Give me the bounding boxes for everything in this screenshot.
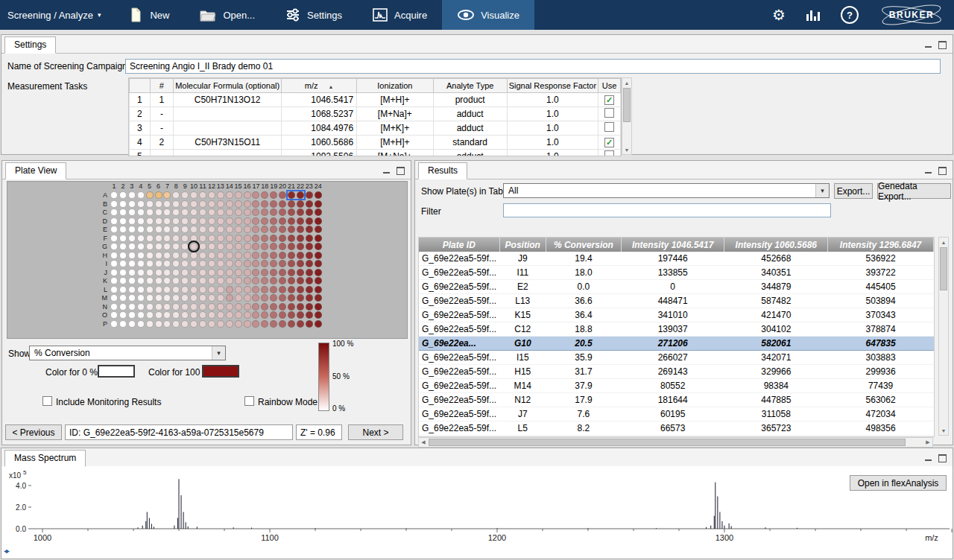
well-M8[interactable] bbox=[172, 294, 180, 302]
well-P8[interactable] bbox=[172, 320, 180, 328]
well-A15[interactable] bbox=[235, 191, 242, 199]
help-icon[interactable]: ? bbox=[841, 6, 859, 24]
well-H13[interactable] bbox=[217, 252, 224, 259]
well-M2[interactable] bbox=[119, 294, 127, 302]
show-metric-dropdown[interactable]: % Conversion bbox=[29, 346, 226, 360]
well-D17[interactable] bbox=[252, 217, 259, 225]
well-H19[interactable] bbox=[270, 252, 277, 259]
acquire-button[interactable]: Acquire bbox=[357, 0, 442, 30]
well-C7[interactable] bbox=[163, 209, 171, 216]
well-F19[interactable] bbox=[270, 235, 277, 242]
well-M22[interactable] bbox=[297, 294, 304, 302]
well-J12[interactable] bbox=[208, 269, 215, 276]
well-J5[interactable] bbox=[146, 269, 154, 276]
well-G20[interactable] bbox=[279, 243, 286, 250]
well-L1[interactable] bbox=[110, 286, 118, 293]
well-B9[interactable] bbox=[181, 200, 189, 208]
tasks-vertical-scrollbar[interactable] bbox=[622, 77, 632, 155]
minimize-icon[interactable] bbox=[925, 168, 932, 174]
well-E5[interactable] bbox=[146, 226, 154, 233]
well-G23[interactable] bbox=[306, 243, 313, 250]
well-N19[interactable] bbox=[270, 303, 277, 311]
results-row[interactable]: G_69e22ea5-59f...M1437.9805529838477439 bbox=[419, 379, 934, 393]
well-H10[interactable] bbox=[190, 252, 198, 259]
results-col-header[interactable]: Position bbox=[499, 238, 546, 252]
well-J11[interactable] bbox=[199, 269, 206, 276]
well-M1[interactable] bbox=[110, 294, 118, 302]
well-D20[interactable] bbox=[279, 217, 286, 225]
well-H11[interactable] bbox=[199, 252, 206, 259]
well-J18[interactable] bbox=[261, 269, 268, 276]
well-C14[interactable] bbox=[226, 209, 233, 216]
well-N21[interactable] bbox=[288, 303, 295, 311]
well-N13[interactable] bbox=[217, 303, 224, 311]
well-O4[interactable] bbox=[137, 311, 145, 319]
well-J19[interactable] bbox=[270, 269, 277, 276]
well-G24[interactable] bbox=[315, 243, 322, 250]
well-K17[interactable] bbox=[252, 277, 259, 284]
scroll-up-icon[interactable] bbox=[622, 78, 631, 87]
well-D7[interactable] bbox=[163, 217, 171, 225]
minimize-icon[interactable] bbox=[383, 168, 391, 174]
well-F13[interactable] bbox=[217, 235, 224, 242]
well-B11[interactable] bbox=[199, 200, 206, 208]
well-I14[interactable] bbox=[226, 260, 233, 267]
well-G15[interactable] bbox=[235, 243, 242, 250]
well-J3[interactable] bbox=[128, 269, 136, 276]
well-P23[interactable] bbox=[306, 320, 313, 328]
well-D23[interactable] bbox=[306, 217, 313, 225]
well-D1[interactable] bbox=[110, 217, 118, 225]
well-N6[interactable] bbox=[155, 303, 162, 311]
well-D9[interactable] bbox=[181, 217, 189, 225]
well-B16[interactable] bbox=[244, 200, 251, 208]
well-M9[interactable] bbox=[181, 294, 189, 302]
results-col-header[interactable]: % Conversion bbox=[546, 238, 621, 252]
well-N18[interactable] bbox=[261, 303, 268, 311]
well-K16[interactable] bbox=[244, 277, 251, 284]
well-L24[interactable] bbox=[315, 286, 322, 293]
well-N5[interactable] bbox=[146, 303, 154, 311]
well-A1[interactable] bbox=[110, 191, 118, 199]
well-J16[interactable] bbox=[244, 269, 251, 276]
well-E9[interactable] bbox=[181, 226, 189, 233]
well-L13[interactable] bbox=[217, 286, 224, 293]
well-B22[interactable] bbox=[297, 200, 304, 208]
well-L4[interactable] bbox=[137, 286, 145, 293]
well-B14[interactable] bbox=[226, 200, 233, 208]
well-N1[interactable] bbox=[110, 303, 118, 311]
well-D4[interactable] bbox=[137, 217, 145, 225]
well-N12[interactable] bbox=[208, 303, 215, 311]
well-P20[interactable] bbox=[279, 320, 286, 328]
well-A16[interactable] bbox=[244, 191, 251, 199]
genedata-export-button[interactable]: Genedata Export... bbox=[877, 183, 951, 199]
measurement-task-row[interactable]: 3-1084.4976[M+K]+adduct1.0 bbox=[130, 121, 621, 136]
app-menu-dropdown[interactable]: Screening / Analyze bbox=[0, 10, 113, 21]
well-A11[interactable] bbox=[199, 191, 206, 199]
well-H4[interactable] bbox=[137, 252, 145, 259]
well-H20[interactable] bbox=[279, 252, 286, 259]
well-F1[interactable] bbox=[110, 235, 118, 242]
well-I17[interactable] bbox=[252, 260, 259, 267]
well-G11[interactable] bbox=[199, 243, 206, 250]
well-J4[interactable] bbox=[137, 269, 145, 276]
well-I8[interactable] bbox=[172, 260, 180, 267]
well-B17[interactable] bbox=[252, 200, 259, 208]
well-C22[interactable] bbox=[297, 209, 304, 216]
well-F24[interactable] bbox=[315, 235, 322, 242]
well-K4[interactable] bbox=[137, 277, 145, 284]
well-M11[interactable] bbox=[199, 294, 206, 302]
well-D16[interactable] bbox=[244, 217, 251, 225]
well-K18[interactable] bbox=[261, 277, 268, 284]
next-plate-button[interactable]: Next > bbox=[348, 424, 403, 440]
well-P5[interactable] bbox=[146, 320, 154, 328]
well-C3[interactable] bbox=[128, 209, 136, 216]
well-E4[interactable] bbox=[137, 226, 145, 233]
well-F9[interactable] bbox=[181, 235, 189, 242]
well-I24[interactable] bbox=[315, 260, 322, 267]
well-K13[interactable] bbox=[217, 277, 224, 284]
measurement-col-header[interactable]: Analyte Type bbox=[433, 79, 507, 93]
well-N24[interactable] bbox=[315, 303, 322, 311]
well-J15[interactable] bbox=[235, 269, 242, 276]
well-D22[interactable] bbox=[297, 217, 304, 225]
well-P10[interactable] bbox=[190, 320, 198, 328]
